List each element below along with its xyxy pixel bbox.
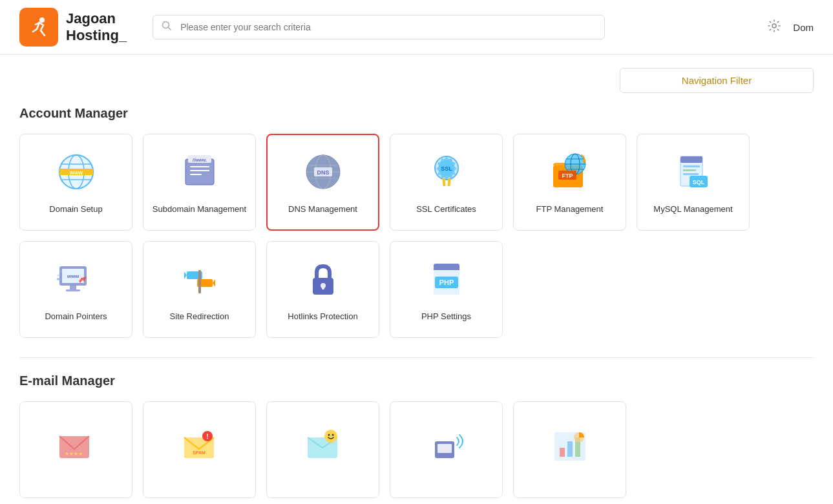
email-manager-title: E-mail Manager	[19, 373, 814, 388]
svg-rect-46	[680, 156, 702, 163]
svg-text:★★★★: ★★★★	[65, 451, 83, 457]
svg-text:FTP: FTP	[562, 173, 573, 179]
svg-text:DNS: DNS	[317, 169, 329, 176]
svg-rect-68	[322, 286, 324, 289]
svg-rect-47	[683, 165, 700, 167]
svg-rect-48	[683, 169, 696, 171]
svg-text:SPAM: SPAM	[193, 450, 206, 455]
user-name: Dom	[793, 22, 814, 33]
svg-text:WWW: WWW	[70, 171, 83, 175]
ftp-management-icon: FTP	[547, 149, 593, 194]
logo-text: Jagoan Hosting_	[66, 10, 127, 45]
nav-filter-row: Navigation Filter	[19, 68, 814, 93]
search-input[interactable]	[153, 15, 605, 39]
dns-management-icon: DNS	[301, 149, 346, 194]
svg-rect-88	[567, 441, 573, 457]
domain-setup-icon: WWW	[54, 149, 99, 194]
card-label-hotlinks-protection: Hotlinks Protection	[288, 311, 357, 322]
card-label-dns-management: DNS Management	[288, 204, 357, 215]
svg-marker-64	[213, 279, 215, 287]
svg-point-58	[57, 278, 59, 280]
email-manager-section: E-mail Manager ★★★★	[19, 373, 814, 498]
card-ftp-management[interactable]: FTP FTP Management	[513, 134, 626, 231]
logo-icon	[19, 8, 58, 47]
svg-text://www.: //www.	[193, 158, 207, 162]
account-manager-title: Account Manager	[19, 106, 814, 121]
svg-point-3	[772, 24, 776, 28]
card-label-ssl-certificates: SSL Certificates	[416, 204, 476, 215]
card-hotlinks-protection[interactable]: Hotlinks Protection	[266, 241, 379, 338]
card-label-subdomain-management: Subdomain Management	[153, 204, 246, 215]
logo[interactable]: Jagoan Hosting_	[19, 8, 127, 47]
svg-marker-62	[184, 271, 187, 279]
email-card-2[interactable]: ! SPAM	[143, 401, 256, 498]
card-label-domain-setup: Domain Setup	[49, 204, 102, 215]
email-manager-grid: ★★★★ ! SPAM	[19, 401, 814, 498]
header-right: Dom	[767, 19, 814, 36]
card-label-site-redirection: Site Redirection	[170, 311, 229, 322]
search-icon	[162, 21, 172, 34]
svg-text:www: www	[66, 273, 79, 279]
domain-pointers-icon: www	[54, 257, 99, 302]
svg-point-81	[324, 430, 337, 443]
svg-rect-65	[198, 270, 201, 293]
search-container	[153, 15, 605, 39]
email-card-3[interactable]	[266, 401, 379, 498]
svg-rect-85	[438, 444, 452, 453]
email-icon-5	[547, 423, 593, 468]
svg-rect-49	[683, 173, 699, 175]
nav-filter-button[interactable]: Navigation Filter	[620, 68, 814, 93]
card-dns-management[interactable]: DNS DNS Management	[266, 134, 379, 231]
card-site-redirection[interactable]: Site Redirection	[143, 241, 256, 338]
mysql-management-icon: SQL	[671, 149, 716, 194]
svg-text:!: !	[206, 433, 208, 440]
svg-text:PHP: PHP	[439, 278, 454, 286]
email-card-5[interactable]	[513, 401, 626, 498]
svg-point-0	[39, 17, 45, 23]
svg-text:SQL: SQL	[692, 179, 704, 185]
email-icon-1: ★★★★	[54, 423, 99, 468]
header: Jagoan Hosting_ Dom	[0, 0, 833, 55]
svg-rect-56	[70, 286, 76, 289]
svg-line-2	[169, 28, 171, 30]
card-subdomain-management[interactable]: //www. Subdomain Management	[143, 134, 256, 231]
svg-point-83	[332, 434, 333, 436]
gear-icon[interactable]	[767, 19, 781, 36]
svg-point-82	[328, 434, 330, 436]
svg-rect-87	[560, 448, 565, 457]
section-divider	[19, 357, 814, 358]
php-settings-icon: PHP	[424, 257, 469, 302]
svg-rect-57	[66, 289, 80, 291]
card-label-php-settings: PHP Settings	[421, 311, 471, 322]
svg-point-60	[59, 270, 61, 272]
email-icon-4	[424, 423, 469, 468]
svg-text:SSL: SSL	[441, 165, 452, 172]
subdomain-management-icon: //www.	[177, 149, 222, 194]
email-card-4[interactable]	[390, 401, 503, 498]
card-mysql-management[interactable]: SQL MySQL Management	[637, 134, 750, 231]
card-domain-pointers[interactable]: www Domain Pointers	[19, 241, 132, 338]
svg-point-59	[57, 274, 59, 276]
email-card-1[interactable]: ★★★★	[19, 401, 132, 498]
email-icon-3	[301, 423, 346, 468]
card-php-settings[interactable]: PHP PHP Settings	[390, 241, 503, 338]
card-label-mysql-management: MySQL Management	[653, 204, 732, 215]
card-label-ftp-management: FTP Management	[536, 204, 604, 215]
account-manager-section: Account Manager WWW	[19, 106, 814, 338]
svg-rect-71	[434, 268, 459, 270]
site-redirection-icon	[177, 257, 222, 302]
hotlinks-protection-icon	[301, 257, 346, 302]
card-domain-setup[interactable]: WWW Domain Setup	[19, 134, 132, 231]
account-manager-grid: WWW Domain Setup	[19, 134, 814, 338]
card-ssl-certificates[interactable]: SSL SSL Certificates	[390, 134, 503, 231]
main-content: Navigation Filter Account Manager	[0, 55, 833, 504]
ssl-certificates-icon: SSL	[424, 149, 469, 194]
email-icon-2: ! SPAM	[177, 423, 222, 468]
card-label-domain-pointers: Domain Pointers	[45, 311, 107, 322]
